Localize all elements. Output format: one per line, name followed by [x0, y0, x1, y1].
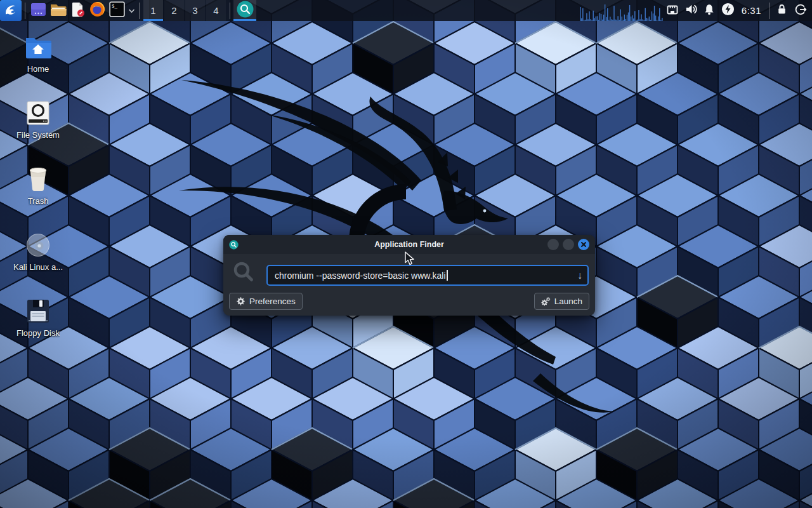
appfinder-launcher-button[interactable]	[233, 0, 256, 21]
close-button[interactable]	[578, 239, 589, 250]
preferences-label: Preferences	[249, 297, 296, 306]
maximize-button[interactable]	[563, 239, 574, 250]
kali-applications-menu-button[interactable]	[0, 0, 22, 21]
home-folder-icon	[24, 33, 52, 61]
panel-separator	[769, 3, 769, 19]
launcher-text-editor[interactable]	[68, 0, 88, 21]
kali-dragon-icon	[4, 3, 18, 19]
workspace-label: 4	[213, 5, 218, 16]
mouse-cursor	[404, 251, 417, 267]
text-caret	[447, 270, 448, 281]
cpu-graph-monitor[interactable]	[580, 0, 664, 21]
desktop-icon-file-system[interactable]: File System	[5, 99, 71, 140]
tray-notifications[interactable]	[700, 0, 719, 21]
close-icon	[580, 241, 587, 248]
workspace-switcher-3[interactable]: 3	[185, 0, 205, 21]
top-panel: $_ 1 2 3 4	[0, 0, 812, 21]
workspace-switcher-2[interactable]: 2	[164, 0, 184, 21]
launcher-show-desktop[interactable]	[29, 0, 48, 21]
launcher-terminal[interactable]: $_	[107, 0, 127, 21]
workspace-switcher-1[interactable]: 1	[143, 0, 163, 21]
tray-screen-lock[interactable]	[773, 0, 791, 21]
window-title: Application Finder	[223, 240, 595, 249]
panel-separator	[25, 3, 25, 19]
launch-label: Launch	[554, 297, 582, 306]
workspace-label: 2	[171, 5, 176, 16]
command-input[interactable]: chromium --password-store=basic www.kali…	[266, 265, 589, 286]
preferences-button[interactable]: Preferences	[229, 293, 303, 310]
firefox-icon	[89, 1, 105, 20]
desktop-icon-list: Home File System Trash	[5, 33, 71, 338]
command-input-value: chromium --password-store=basic www.kali	[275, 271, 446, 281]
desktop-icon-floppy-disk[interactable]: Floppy Disk	[5, 297, 71, 338]
wired-network-icon	[665, 3, 679, 19]
launcher-firefox[interactable]	[88, 0, 107, 21]
desktop-icon-label: Kali Linux a...	[13, 262, 63, 272]
panel-separator	[139, 3, 140, 19]
power-battery-icon	[721, 3, 735, 18]
tray-power-manager[interactable]	[719, 0, 737, 21]
desktop-icon-label: Home	[27, 64, 49, 74]
workspace-label: 3	[192, 5, 197, 16]
bell-icon	[702, 3, 716, 19]
desktop-icon-home[interactable]: Home	[5, 33, 71, 74]
desktop-icon-label: File System	[16, 130, 60, 140]
launcher-file-manager[interactable]	[48, 0, 68, 21]
window-appfinder-icon	[229, 240, 239, 250]
desktop-icon-trash[interactable]: Trash	[5, 165, 71, 206]
minimize-button[interactable]	[547, 239, 559, 250]
volume-icon	[684, 2, 698, 19]
terminal-icon: $_	[109, 1, 125, 20]
desktop-icon-label: Trash	[28, 196, 49, 206]
hard-drive-icon	[24, 99, 52, 127]
show-desktop-icon	[30, 3, 46, 19]
logout-icon	[794, 3, 808, 19]
optical-disc-icon	[24, 231, 52, 259]
floppy-disk-icon	[24, 297, 52, 325]
file-manager-folder-icon	[50, 3, 67, 19]
run-gears-icon	[541, 297, 551, 306]
tray-logout[interactable]	[791, 0, 809, 21]
trash-bin-icon	[24, 165, 52, 193]
panel-clock[interactable]: 6:31	[742, 5, 761, 16]
tray-volume[interactable]	[682, 0, 700, 21]
appfinder-magnifier-icon	[237, 1, 254, 20]
desktop-icon-label: Floppy Disk	[16, 328, 60, 338]
workspace-switcher-4[interactable]: 4	[206, 0, 226, 21]
search-magnifier-icon	[232, 260, 256, 287]
text-editor-icon	[70, 2, 86, 20]
tray-network[interactable]	[664, 0, 682, 21]
svg-text:$_: $_	[112, 3, 118, 9]
gear-icon	[236, 297, 246, 306]
down-arrow-icon[interactable]: ↓	[577, 271, 582, 281]
application-finder-window: Application Finder chromium --password-s…	[223, 235, 595, 316]
launch-button[interactable]: Launch	[534, 293, 589, 310]
workspace-label: 1	[150, 5, 155, 16]
panel-separator	[230, 3, 230, 19]
desktop-icon-kali-linux[interactable]: Kali Linux a...	[5, 231, 71, 272]
terminal-dropdown-chevron-icon[interactable]	[127, 0, 136, 21]
lock-icon	[775, 3, 789, 18]
